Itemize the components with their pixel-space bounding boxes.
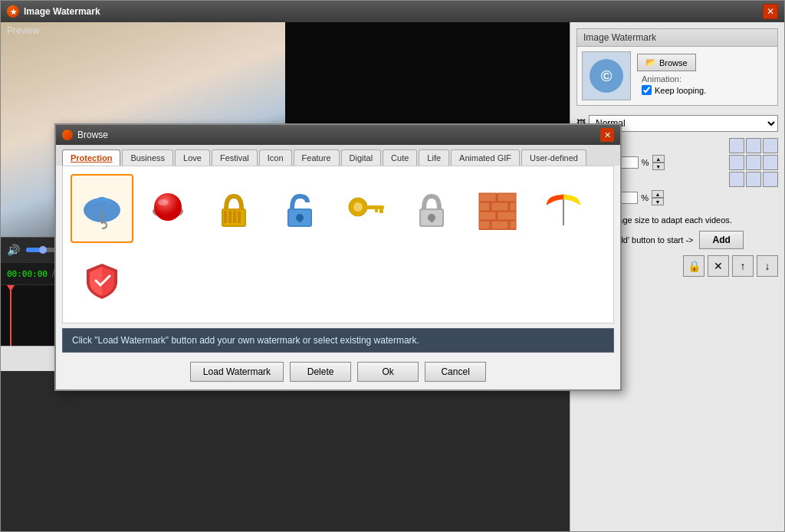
svg-rect-36	[510, 221, 516, 229]
app-icon: ★	[7, 5, 19, 18]
svg-rect-31	[510, 202, 516, 211]
folder-icon: 📂	[645, 57, 656, 67]
remove-button[interactable]: ✕	[708, 255, 729, 277]
status-bar: Click "Load Watermark" button add your o…	[62, 328, 614, 353]
icon-beach-umbrella[interactable]	[532, 174, 595, 243]
status-text: Click "Load Watermark" button add your o…	[72, 335, 419, 346]
icon-red-button[interactable]	[136, 174, 199, 243]
pos-bl[interactable]	[729, 172, 744, 187]
svg-rect-12	[238, 211, 241, 223]
add-button[interactable]: Add	[699, 231, 743, 249]
icon-gold-lock[interactable]	[202, 174, 265, 243]
browse-button[interactable]: 📂 Browse	[637, 54, 696, 71]
svg-point-5	[154, 193, 182, 221]
window-title: Image Watermark	[24, 6, 100, 17]
keep-looping-checkbox[interactable]	[642, 85, 652, 95]
tab-festival[interactable]: Festival	[212, 149, 258, 166]
lock-button[interactable]: 🔒	[683, 255, 705, 277]
svg-rect-34	[479, 221, 490, 229]
icons-grid	[62, 166, 614, 323]
svg-rect-9	[224, 211, 227, 223]
pos-mc[interactable]	[746, 155, 761, 170]
dialog-close-button[interactable]: ✕	[600, 128, 614, 142]
window-close-button[interactable]: ✕	[763, 4, 778, 19]
dialog-buttons: Load Watermark Delete Ok Cancel	[56, 357, 620, 389]
move-up-button[interactable]: ↑	[732, 255, 754, 277]
keep-looping-row: Keep looping.	[642, 85, 706, 95]
x-increment[interactable]: ▲	[652, 155, 665, 163]
delete-button[interactable]: Delete	[290, 362, 351, 382]
y-spinner[interactable]: ▲ ▼	[652, 190, 664, 205]
icon-open-lock[interactable]	[268, 174, 331, 243]
tab-digital[interactable]: Digital	[341, 149, 382, 166]
svg-rect-28	[498, 193, 516, 202]
animation-section: Animation: Keep looping.	[637, 71, 711, 98]
volume-fill	[26, 248, 40, 252]
svg-rect-20	[379, 209, 383, 213]
animation-label: Animation:	[642, 74, 706, 84]
icon-key[interactable]	[334, 174, 397, 243]
svg-rect-33	[498, 212, 516, 220]
tabs-row: Protection Business Love Festival Icon F…	[56, 145, 620, 166]
svg-rect-19	[366, 205, 384, 209]
y-decrement[interactable]: ▼	[652, 198, 664, 205]
icon-umbrella[interactable]	[71, 174, 133, 243]
tab-user-defined[interactable]: User-defined	[521, 149, 586, 166]
tab-protection[interactable]: Protection	[62, 149, 120, 166]
tab-love[interactable]: Love	[175, 149, 210, 166]
x-decrement[interactable]: ▼	[652, 163, 665, 170]
svg-point-18	[353, 202, 363, 212]
tab-icon[interactable]: Icon	[259, 149, 292, 166]
svg-rect-32	[479, 212, 496, 220]
browse-dialog: Browse ✕ Protection Business Love Festiv…	[54, 123, 622, 391]
watermark-panel-body: © 📂 Browse Animation: Keep looping.	[577, 47, 777, 105]
dialog-icon	[62, 130, 73, 140]
pos-tl[interactable]	[729, 138, 744, 153]
pos-br[interactable]	[763, 172, 778, 187]
icon-closed-lock[interactable]	[400, 174, 463, 243]
svg-rect-25	[431, 218, 433, 222]
tab-feature[interactable]: Feature	[294, 149, 340, 166]
svg-rect-21	[375, 209, 378, 212]
svg-rect-16	[299, 218, 301, 222]
watermark-panel: Image Watermark © 📂 Browse	[576, 28, 778, 106]
pos-tr[interactable]	[763, 138, 778, 153]
watermark-thumbnail: ©	[582, 51, 631, 100]
pos-tc[interactable]	[746, 138, 761, 153]
svg-rect-35	[491, 221, 508, 229]
position-grid	[729, 138, 778, 187]
svg-rect-11	[233, 211, 236, 223]
dialog-title-bar: Browse ✕	[56, 125, 620, 145]
icon-shield[interactable]	[71, 246, 133, 315]
svg-rect-30	[491, 202, 508, 211]
timeline-marker	[10, 285, 11, 346]
dialog-title: Browse	[77, 130, 108, 140]
x-unit: %	[642, 158, 649, 167]
svg-point-6	[158, 199, 169, 205]
tab-animated-gif[interactable]: Animated GIF	[451, 149, 520, 166]
y-unit: %	[641, 193, 649, 202]
main-window: ★ Image Watermark ✕ Preview: 🔊 ▶	[0, 0, 785, 532]
tab-cute[interactable]: Cute	[383, 149, 417, 166]
x-spinner[interactable]: ▲ ▼	[652, 155, 665, 170]
dialog-ok-button[interactable]: Ok	[357, 362, 419, 382]
watermark-panel-header: Image Watermark	[577, 29, 777, 47]
pos-mr[interactable]	[763, 155, 778, 170]
svg-text:©: ©	[601, 67, 613, 84]
watermark-controls: 📂 Browse Animation: Keep looping.	[637, 54, 711, 98]
volume-icon: 🔊	[7, 244, 20, 256]
svg-rect-27	[479, 193, 496, 202]
svg-rect-10	[228, 211, 232, 223]
pos-bc[interactable]	[746, 172, 761, 187]
volume-knob	[39, 246, 47, 254]
pos-ml[interactable]	[729, 155, 744, 170]
tab-business[interactable]: Business	[122, 149, 173, 166]
icon-brick-wall[interactable]	[466, 174, 529, 243]
dialog-cancel-button[interactable]: Cancel	[425, 362, 486, 382]
load-watermark-button[interactable]: Load Watermark	[190, 362, 284, 382]
tab-life[interactable]: Life	[419, 149, 449, 166]
y-increment[interactable]: ▲	[652, 190, 664, 198]
svg-rect-29	[479, 202, 490, 211]
title-bar: ★ Image Watermark ✕	[1, 1, 784, 22]
move-down-button[interactable]: ↓	[757, 255, 778, 277]
